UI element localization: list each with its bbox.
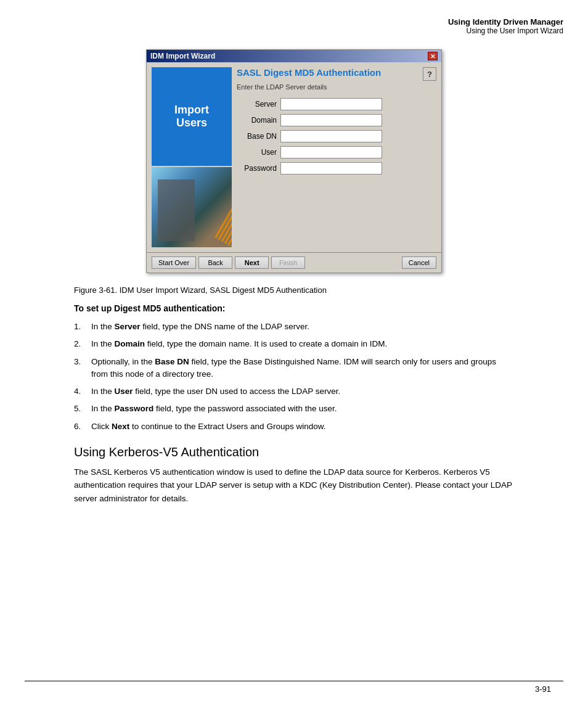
list-item: 3. Optionally, in the Base DN field, typ…: [74, 356, 514, 381]
list-item: 6. Click Next to continue to the Extract…: [74, 421, 514, 433]
list-item: 2. In the Domain field, type the domain …: [74, 338, 514, 350]
password-input[interactable]: [280, 162, 382, 174]
building-image: [152, 167, 232, 247]
user-input[interactable]: [280, 146, 382, 158]
right-panel: SASL Digest MD5 Authentication ? Enter t…: [237, 67, 436, 247]
help-button[interactable]: ?: [423, 67, 436, 81]
cancel-button[interactable]: Cancel: [402, 257, 436, 269]
dialog-window: IDM Import Wizard ✕ Import Users SASL Di…: [146, 49, 442, 273]
form-header: SASL Digest MD5 Authentication ?: [237, 67, 436, 81]
dialog-title: IDM Import Wizard: [150, 52, 215, 60]
figure-caption: Figure 3-61. IDM User Import Wizard, SAS…: [37, 285, 551, 295]
form-fields: Server Domain Base DN User: [237, 98, 436, 174]
basedn-row: Base DN: [237, 130, 436, 142]
dialog-titlebar: IDM Import Wizard ✕: [147, 50, 441, 62]
password-label: Password: [237, 164, 277, 173]
list-item: 1. In the Server field, type the DNS nam…: [74, 321, 514, 333]
basedn-label: Base DN: [237, 132, 277, 141]
left-panel: Import Users: [152, 67, 232, 247]
instructions-list: 1. In the Server field, type the DNS nam…: [74, 321, 514, 433]
finish-button: Finish: [271, 257, 305, 269]
domain-input[interactable]: [280, 114, 382, 126]
dialog-body: Import Users SASL Digest MD5 Authenticat…: [147, 62, 441, 252]
header-title: Using Identity Driven Manager: [448, 17, 563, 27]
section2-heading: Using Kerberos-V5 Authentication: [74, 445, 514, 459]
close-button[interactable]: ✕: [428, 52, 438, 60]
import-users-label: Import Users: [152, 67, 232, 166]
dialog-container: IDM Import Wizard ✕ Import Users SASL Di…: [37, 49, 551, 273]
form-title: SASL Digest MD5 Authentication: [237, 67, 381, 78]
user-label: User: [237, 148, 277, 157]
password-row: Password: [237, 162, 436, 174]
footer-left-buttons: Start Over Back Next Finish: [152, 257, 305, 269]
list-item: 4. In the User field, type the user DN u…: [74, 385, 514, 398]
list-item: 5. In the Password field, type the passw…: [74, 403, 514, 415]
page-header: Using Identity Driven Manager Using the …: [448, 17, 563, 35]
dialog-footer: Start Over Back Next Finish Cancel: [147, 252, 441, 273]
section2-body: The SASL Kerberos V5 authentication wind…: [74, 466, 514, 506]
user-row: User: [237, 146, 436, 158]
domain-row: Domain: [237, 114, 436, 126]
domain-label: Domain: [237, 116, 277, 125]
next-button[interactable]: Next: [235, 257, 269, 269]
server-label: Server: [237, 100, 277, 109]
start-over-button[interactable]: Start Over: [152, 257, 196, 269]
server-row: Server: [237, 98, 436, 110]
bottom-rule: [25, 681, 563, 681]
instructions-section: To set up Digest MD5 authentication: 1. …: [37, 303, 551, 506]
back-button[interactable]: Back: [198, 257, 232, 269]
form-subtitle: Enter the LDAP Server details: [237, 83, 436, 91]
server-input[interactable]: [280, 98, 382, 110]
page-number: 3-91: [535, 684, 551, 694]
basedn-input[interactable]: [280, 130, 382, 142]
header-subtitle: Using the User Import Wizard: [448, 27, 563, 35]
instructions-heading: To set up Digest MD5 authentication:: [74, 303, 514, 313]
